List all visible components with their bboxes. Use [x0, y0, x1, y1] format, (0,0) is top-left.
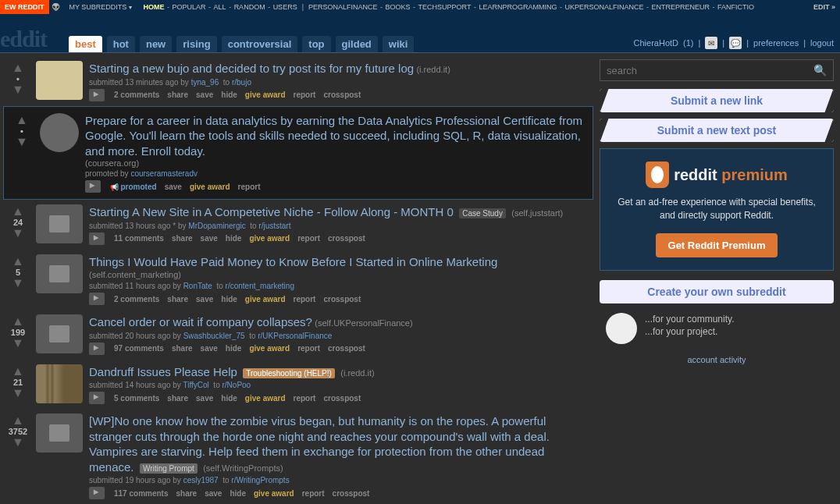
save-link[interactable]: save: [201, 234, 218, 243]
author-link[interactable]: cesly1987: [183, 476, 219, 484]
tab-hot[interactable]: hot: [107, 36, 135, 52]
post-thumbnail[interactable]: [36, 364, 83, 403]
search-box[interactable]: 🔍: [600, 59, 834, 81]
award-link[interactable]: give award: [249, 344, 290, 353]
nav-link[interactable]: TECHSUPPORT: [418, 3, 472, 11]
author-link[interactable]: TiffyCol: [183, 381, 208, 389]
upvote-arrow[interactable]: ▲: [6, 415, 30, 426]
comments-link[interactable]: 11 comments: [114, 234, 164, 243]
share-link[interactable]: share: [176, 489, 197, 498]
author-link[interactable]: tyna_96: [191, 78, 219, 87]
downvote-arrow[interactable]: ▼: [6, 437, 30, 448]
comments-link[interactable]: 5 comments: [114, 394, 159, 403]
downvote-arrow[interactable]: ▼: [6, 228, 30, 239]
report-link[interactable]: report: [302, 489, 325, 498]
expando-button[interactable]: [89, 392, 105, 404]
crosspost-link[interactable]: crosspost: [323, 295, 361, 303]
post-thumbnail[interactable]: [36, 254, 83, 293]
share-link[interactable]: share: [167, 394, 188, 403]
post-thumbnail[interactable]: [36, 413, 83, 453]
expando-button[interactable]: [85, 180, 101, 193]
search-icon[interactable]: 🔍: [813, 64, 827, 76]
post-thumbnail[interactable]: [36, 314, 83, 353]
post-title[interactable]: Cancel order or wait if company collapse…: [89, 315, 312, 328]
post-title[interactable]: Things I Would Have Paid Money to Know B…: [89, 255, 497, 268]
post-flair[interactable]: Troubleshooting (HELP!): [243, 368, 335, 378]
award-link[interactable]: give award: [245, 394, 286, 403]
hide-link[interactable]: hide: [221, 394, 237, 403]
subreddit-link[interactable]: r/UKPersonalFinance: [258, 332, 332, 340]
expando-button[interactable]: [89, 343, 105, 355]
award-link[interactable]: give award: [254, 489, 294, 498]
report-link[interactable]: report: [294, 394, 316, 403]
preferences-link[interactable]: preferences: [753, 38, 799, 48]
author-link[interactable]: RonTate: [183, 282, 212, 290]
reddit-logo[interactable]: eddit: [0, 26, 47, 52]
post-thumbnail[interactable]: [36, 204, 83, 243]
post-domain[interactable]: (coursera.org): [85, 158, 586, 168]
get-premium-button[interactable]: Get Reddit Premium: [656, 233, 778, 257]
nav-link[interactable]: FANFICTIO: [717, 3, 754, 11]
downvote-arrow[interactable]: ▼: [10, 137, 34, 147]
tab-rising[interactable]: rising: [176, 36, 216, 52]
nav-link[interactable]: ENTREPRENEUR: [651, 3, 710, 11]
award-link[interactable]: give award: [245, 295, 286, 303]
post-domain[interactable]: (self.content_marketing): [89, 270, 181, 279]
submit-link-button[interactable]: Submit a new link: [600, 89, 834, 112]
post-thumbnail[interactable]: [36, 61, 83, 100]
nav-link[interactable]: POPULAR: [173, 3, 206, 11]
post-title[interactable]: Dandruff Issues Please Help: [89, 365, 237, 378]
tab-best[interactable]: best: [69, 36, 102, 52]
nav-link[interactable]: PERSONALFINANCE: [308, 3, 378, 11]
upvote-arrow[interactable]: ▲: [6, 206, 30, 217]
downvote-arrow[interactable]: ▼: [6, 388, 30, 399]
subreddit-nav[interactable]: HOME - POPULAR - ALL - RANDOM - USERS | …: [138, 0, 809, 14]
save-link[interactable]: save: [201, 344, 218, 353]
downvote-arrow[interactable]: ▼: [6, 338, 30, 349]
crosspost-link[interactable]: crosspost: [328, 344, 365, 353]
expando-button[interactable]: [89, 293, 105, 305]
nav-link[interactable]: UKPERSONALFINANCE: [564, 3, 643, 11]
post-title[interactable]: Starting a new bujo and decided to try p…: [89, 62, 414, 75]
post-title[interactable]: Starting A New Site in A Competetive Nic…: [89, 205, 454, 218]
share-link[interactable]: share: [167, 295, 188, 303]
edit-subs-link[interactable]: EDIT »: [809, 0, 840, 14]
tab-gilded[interactable]: gilded: [336, 36, 378, 52]
downvote-arrow[interactable]: ▼: [6, 84, 30, 95]
crosspost-link[interactable]: crosspost: [328, 234, 365, 243]
subreddit-link[interactable]: r/WritingPrompts: [231, 476, 289, 484]
author-link[interactable]: courseramasteradv: [130, 169, 198, 178]
post-domain[interactable]: (self.UKPersonalFinance): [315, 318, 412, 328]
author-link[interactable]: Swashbuckler_75: [183, 332, 245, 340]
save-link[interactable]: save: [196, 295, 213, 303]
account-activity-link[interactable]: account activity: [600, 355, 834, 364]
tab-new[interactable]: new: [140, 36, 172, 52]
create-subreddit-button[interactable]: Create your own subreddit: [600, 280, 834, 303]
report-link[interactable]: report: [297, 234, 320, 243]
report-link[interactable]: report: [294, 295, 316, 303]
nav-link[interactable]: USERS: [273, 3, 297, 11]
upvote-arrow[interactable]: ▲: [6, 62, 30, 73]
share-link[interactable]: share: [172, 234, 193, 243]
nav-link[interactable]: RANDOM: [234, 3, 265, 11]
nav-link[interactable]: ALL: [214, 3, 226, 11]
mail-icon[interactable]: ✉: [705, 37, 717, 49]
award-link[interactable]: give award: [245, 91, 286, 99]
hide-link[interactable]: hide: [221, 295, 237, 303]
upvote-arrow[interactable]: ▲: [6, 316, 30, 327]
crosspost-link[interactable]: crosspost: [323, 394, 361, 403]
crosspost-link[interactable]: crosspost: [333, 489, 370, 498]
subreddit-link[interactable]: r/content_marketing: [226, 282, 294, 290]
crosspost-link[interactable]: crosspost: [323, 91, 361, 99]
downvote-arrow[interactable]: ▼: [6, 278, 30, 289]
report-link[interactable]: report: [297, 344, 320, 353]
chat-icon[interactable]: 💬: [729, 37, 742, 49]
post-title[interactable]: Prepare for a career in data analytics b…: [85, 114, 582, 158]
hide-link[interactable]: hide: [226, 344, 242, 353]
post-domain[interactable]: (i.redd.it): [416, 65, 450, 74]
author-link[interactable]: MrDopaminergic: [188, 222, 245, 230]
award-link[interactable]: give award: [249, 234, 290, 243]
hide-link[interactable]: hide: [230, 489, 246, 498]
subreddit-link[interactable]: r/bujo: [232, 78, 251, 87]
share-link[interactable]: share: [172, 344, 193, 353]
